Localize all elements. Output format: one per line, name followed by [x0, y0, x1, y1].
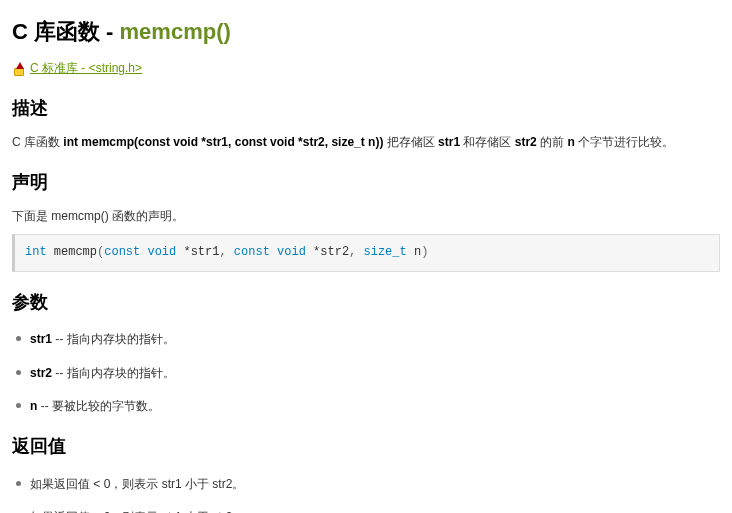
list-item: str1 -- 指向内存块的指针。 [12, 330, 720, 349]
list-item: 如果返回值 > 0，则表示 str1 大于 str2。 [12, 508, 720, 513]
section-heading-description: 描述 [12, 94, 720, 123]
description-signature: int memcmp(const void *str1, const void … [63, 135, 383, 149]
code-block: int memcmp(const void *str1, const void … [12, 234, 720, 271]
section-heading-declaration: 声明 [12, 168, 720, 197]
declaration-intro: 下面是 memcmp() 函数的声明。 [12, 207, 720, 226]
page-title: C 库函数 - memcmp() [12, 14, 720, 49]
section-heading-params: 参数 [12, 288, 720, 317]
breadcrumb-row: C 标准库 - <string.h> [12, 59, 720, 78]
params-list: str1 -- 指向内存块的指针。 str2 -- 指向内存块的指针。 n --… [12, 330, 720, 416]
title-prefix: C 库函数 - [12, 19, 120, 44]
up-arrow-icon [12, 62, 26, 76]
section-heading-returns: 返回值 [12, 432, 720, 461]
title-function-name: memcmp() [120, 19, 231, 44]
category-link[interactable]: C 标准库 - <string.h> [30, 59, 142, 78]
list-item: str2 -- 指向内存块的指针。 [12, 364, 720, 383]
list-item: n -- 要被比较的字节数。 [12, 397, 720, 416]
list-item: 如果返回值 < 0，则表示 str1 小于 str2。 [12, 475, 720, 494]
returns-list: 如果返回值 < 0，则表示 str1 小于 str2。 如果返回值 > 0，则表… [12, 475, 720, 513]
description-paragraph: C 库函数 int memcmp(const void *str1, const… [12, 133, 720, 152]
